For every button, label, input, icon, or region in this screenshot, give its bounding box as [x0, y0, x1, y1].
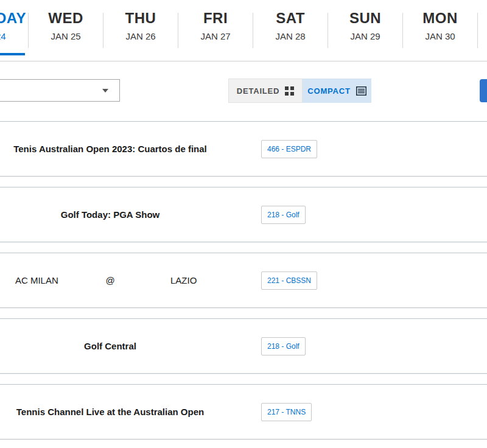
day-tab-mon[interactable]: MON JAN 30 [403, 0, 477, 61]
day-date: JAN 30 [425, 31, 455, 41]
day-date: JAN 24 [0, 31, 6, 41]
chevron-down-icon [102, 89, 108, 93]
day-name: WED [48, 10, 83, 27]
program-list: Tenis Australian Open 2023: Cuartos de f… [0, 121, 487, 448]
program-row[interactable]: Golf Today: PGA Show 218 - Golf [0, 187, 487, 242]
day-tab-sun[interactable]: SUN JAN 29 [328, 0, 402, 61]
day-date: JAN 25 [51, 31, 80, 41]
program-row[interactable]: Tennis Channel Live at the Australian Op… [0, 384, 487, 439]
day-name: SAT [276, 10, 305, 27]
channel-badge[interactable]: 466 - ESPDR [261, 140, 317, 158]
day-name: THU [125, 10, 156, 27]
compact-view-label: COMPACT [307, 86, 350, 96]
detailed-view-label: DETAILED [237, 86, 279, 96]
day-tab-fri[interactable]: FRI JAN 27 [178, 0, 253, 61]
day-tab-wed[interactable]: WED JAN 25 [29, 0, 103, 61]
day-tab-tuesday[interactable]: TUESDAY JAN 24 [0, 0, 28, 61]
program-title: Tennis Channel Live at the Australian Op… [0, 407, 220, 417]
date-nav: TUESDAY JAN 24 WED JAN 25 THU JAN 26 FRI… [0, 0, 478, 61]
program-row[interactable]: AC MILAN @ LAZIO 221 - CBSSN [0, 253, 487, 308]
day-name: MON [422, 10, 458, 27]
home-team: LAZIO [147, 275, 220, 285]
day-date: JAN 28 [275, 31, 305, 41]
program-title: Golf Today: PGA Show [0, 209, 220, 220]
filter-dropdown[interactable] [0, 79, 120, 102]
day-name: FRI [203, 10, 228, 27]
day-divider [477, 13, 478, 48]
channel-badge[interactable]: 221 - CBSSN [261, 271, 317, 290]
grid-icon [285, 86, 294, 96]
channel-badge[interactable]: 217 - TNNS [261, 403, 312, 421]
detailed-view-button[interactable]: DETAILED [228, 79, 303, 103]
day-date: JAN 27 [200, 31, 230, 41]
away-team: AC MILAN [0, 275, 74, 285]
program-title: Tenis Australian Open 2023: Cuartos de f… [0, 144, 220, 154]
view-toggle: DETAILED COMPACT [228, 79, 371, 103]
program-row[interactable]: Golf Central 218 - Golf [0, 318, 487, 374]
primary-action-button[interactable] [480, 79, 487, 102]
channel-badge[interactable]: 218 - Golf [261, 206, 306, 224]
day-date: JAN 26 [125, 31, 155, 41]
day-tab-sat[interactable]: SAT JAN 28 [253, 0, 328, 61]
compact-view-button[interactable]: COMPACT [303, 79, 371, 103]
day-tab-thu[interactable]: THU JAN 26 [103, 0, 178, 61]
nav-divider [0, 61, 487, 61]
day-date: JAN 29 [350, 31, 380, 41]
day-name: TUESDAY [0, 10, 26, 27]
selected-day-indicator [0, 53, 25, 55]
day-name: SUN [349, 10, 381, 27]
program-row[interactable]: Tenis Australian Open 2023: Cuartos de f… [0, 121, 487, 177]
matchup: AC MILAN @ LAZIO [0, 275, 220, 285]
list-icon [356, 86, 366, 96]
program-title: Golf Central [0, 341, 220, 351]
at-symbol: @ [74, 275, 147, 285]
channel-badge[interactable]: 218 - Golf [261, 337, 306, 355]
